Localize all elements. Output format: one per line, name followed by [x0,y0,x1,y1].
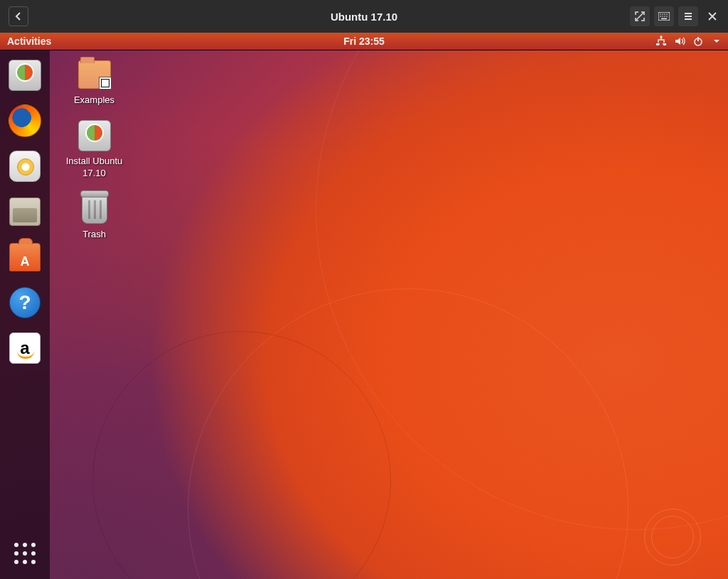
dock-item-firefox[interactable] [7,103,43,139]
svg-point-1 [660,13,661,15]
activities-button[interactable]: Activities [0,36,58,47]
desktop-icon-examples[interactable]: Examples [60,58,128,106]
dock-item-amazon[interactable]: a [7,330,43,366]
dropdown-caret-icon[interactable] [711,36,722,47]
keyboard-icon [658,12,670,21]
power-icon[interactable] [692,36,704,47]
installer-icon [78,120,111,151]
desktop[interactable]: Activities Fri 23:55 [0,33,728,579]
software-icon [9,243,41,271]
vm-keyboard-button[interactable] [654,6,674,26]
amazon-icon: a [9,332,41,364]
desktop-icon-label: Examples [60,94,128,106]
help-icon: ? [9,287,41,318]
close-icon [708,12,717,21]
wallpaper-circle [188,288,628,579]
desktop-icon-install-ubuntu[interactable]: Install Ubuntu 17.10 [60,119,128,179]
firefox-icon [9,104,41,137]
vm-close-button[interactable] [702,6,722,26]
vm-menu-button[interactable] [678,6,698,26]
svg-point-3 [664,13,665,15]
system-status-area[interactable] [650,36,728,47]
files-icon [9,197,41,226]
wallpaper-circle [651,516,694,558]
svg-point-7 [664,16,665,17]
folder-icon [78,60,111,89]
svg-rect-10 [660,36,663,38]
dock-item-files[interactable] [7,194,43,229]
chevron-left-icon [14,11,23,21]
vm-title: Ubuntu 17.10 [0,11,728,23]
rhythmbox-icon [9,151,41,182]
hamburger-icon [683,11,693,21]
svg-rect-9 [661,18,667,20]
svg-point-6 [662,16,663,17]
vm-fullscreen-button[interactable] [630,6,650,26]
desktop-icon-label: Install Ubuntu 17.10 [60,156,128,179]
vm-back-button[interactable] [9,6,28,26]
svg-point-8 [666,16,668,17]
installer-icon [9,60,41,91]
dock-item-software[interactable] [7,239,43,275]
dock-item-install-ubuntu[interactable] [7,58,43,93]
network-icon[interactable] [655,36,667,47]
dock: ? a [0,50,50,579]
vm-titlebar: Ubuntu 17.10 [0,0,728,33]
fullscreen-icon [635,11,645,21]
wallpaper-circle [316,33,728,530]
dock-item-rhythmbox[interactable] [7,148,43,184]
desktop-icon-label: Trash [60,229,128,240]
gnome-topbar: Activities Fri 23:55 [0,33,728,50]
wallpaper-circle [644,509,701,566]
svg-point-2 [662,13,663,15]
show-applications-button[interactable] [11,539,39,568]
svg-point-4 [666,13,668,15]
clock[interactable]: Fri 23:55 [0,36,728,47]
desktop-icons: Examples Install Ubuntu 17.10 Trash [60,58,128,253]
volume-icon[interactable] [674,36,685,47]
wallpaper-circle [92,331,391,579]
desktop-icon-trash[interactable]: Trash [60,192,128,240]
svg-point-5 [660,16,661,17]
dock-item-help[interactable]: ? [7,285,43,320]
svg-rect-12 [663,43,666,45]
svg-rect-11 [656,43,659,45]
trash-icon [82,194,107,224]
